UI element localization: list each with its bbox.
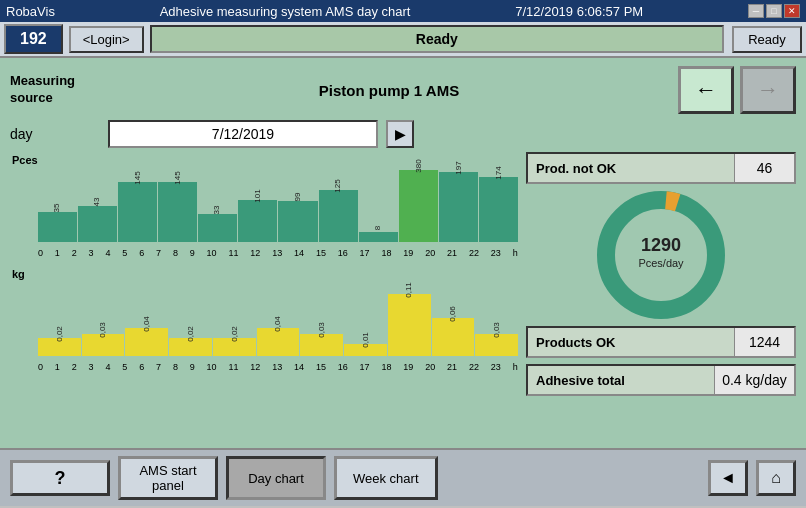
x-axis-label: 12 <box>250 248 260 258</box>
x-axis-label: 2 <box>72 362 77 372</box>
x-axis-label: 4 <box>105 248 110 258</box>
prod-not-ok-row: Prod. not OK 46 <box>526 152 796 184</box>
kg-bars: 0,020,030,040,020,020,040,030,010,110,06… <box>38 276 518 356</box>
bar-rect <box>432 318 475 356</box>
x-axis-label: 13 <box>272 248 282 258</box>
window-controls: ─ □ ✕ <box>748 4 800 18</box>
x-axis-label: 8 <box>173 248 178 258</box>
donut-center-value: 1290 <box>641 235 681 255</box>
donut-chart: 1290 Pces/day <box>526 190 796 320</box>
x-axis-label: 11 <box>228 248 238 258</box>
day-chart-label: Day chart <box>248 471 304 486</box>
x-axis-label: 6 <box>139 362 144 372</box>
x-axis-label: 23 <box>491 362 501 372</box>
bar-value: 99 <box>294 193 302 202</box>
x-axis-label: 2 <box>72 248 77 258</box>
x-axis-label: 14 <box>294 248 304 258</box>
kg-bar-item: 0,03 <box>82 276 125 356</box>
maximize-button[interactable]: □ <box>766 4 782 18</box>
bar-value: 0,01 <box>362 332 370 348</box>
pces-x-axis: 01234567891011121314151617181920212223h <box>38 248 518 258</box>
system-status: Ready <box>150 25 724 53</box>
bar-rect <box>319 190 358 242</box>
adhesive-value: 0.4 kg/day <box>714 366 794 394</box>
bar-value: 8 <box>374 226 382 230</box>
day-chart-button[interactable]: Day chart <box>226 456 326 500</box>
x-axis-label: 14 <box>294 362 304 372</box>
device-id: 192 <box>4 24 63 54</box>
bar-value: 125 <box>334 179 342 192</box>
kg-bar-item: 0,11 <box>388 276 431 356</box>
svg-point-0 <box>606 200 716 310</box>
pces-bar-item: 43 <box>78 162 117 242</box>
products-ok-value: 1244 <box>734 328 794 356</box>
window-title: Adhesive measuring system AMS day chart <box>160 4 411 19</box>
bar-value: 0,03 <box>493 322 501 338</box>
help-button[interactable]: ? <box>10 460 110 496</box>
bottom-bar: ? AMS startpanel Day chart Week chart ◄ … <box>0 448 806 506</box>
home-icon: ⌂ <box>771 469 781 487</box>
main-area: Measuring source Piston pump 1 AMS ← → d… <box>0 58 806 448</box>
x-axis-label: 15 <box>316 248 326 258</box>
x-axis-label: 0 <box>38 362 43 372</box>
bar-rect <box>359 232 398 242</box>
pces-bar-item: 8 <box>359 162 398 242</box>
bar-value: 0,03 <box>99 322 107 338</box>
x-axis-label: 16 <box>338 362 348 372</box>
period-label: day <box>10 126 100 142</box>
x-axis-label: 4 <box>105 362 110 372</box>
products-ok-label: Products OK <box>528 335 734 350</box>
bar-rect <box>78 206 117 242</box>
pces-bar-item: 145 <box>158 162 197 242</box>
bar-rect <box>388 294 431 356</box>
kg-chart: kg 0,020,030,040,020,020,040,030,010,110… <box>10 266 518 376</box>
x-axis-label: 11 <box>228 362 238 372</box>
pces-bar-item: 380 <box>399 162 438 242</box>
adhesive-row: Adhesive total 0.4 kg/day <box>526 364 796 396</box>
kg-bar-item: 0,02 <box>169 276 212 356</box>
date-picker-button[interactable]: ▶ <box>386 120 414 148</box>
week-chart-button[interactable]: Week chart <box>334 456 438 500</box>
minimize-button[interactable]: ─ <box>748 4 764 18</box>
pces-bar-item: 174 <box>479 162 518 242</box>
x-axis-label: 19 <box>403 248 413 258</box>
x-axis-label: 3 <box>89 362 94 372</box>
x-axis-label: 20 <box>425 248 435 258</box>
x-axis-label: h <box>513 362 518 372</box>
bar-rect <box>278 201 317 242</box>
x-axis-label: 1 <box>55 362 60 372</box>
x-axis-label: 10 <box>207 362 217 372</box>
pump-name: Piston pump 1 AMS <box>108 82 670 99</box>
nav-buttons: ← → <box>678 66 796 114</box>
title-bar: RobaVis Adhesive measuring system AMS da… <box>0 0 806 22</box>
nav-back-button[interactable]: ← <box>678 66 734 114</box>
date-field[interactable]: 7/12/2019 <box>108 120 378 148</box>
charts-area: Pces 354314514533101991258380197174 0123… <box>10 152 796 440</box>
bar-value: 145 <box>174 171 182 184</box>
nav-fwd-button[interactable]: → <box>740 66 796 114</box>
x-axis-label: 13 <box>272 362 282 372</box>
close-button[interactable]: ✕ <box>784 4 800 18</box>
help-label: ? <box>55 468 66 489</box>
nav-prev-button[interactable]: ◄ <box>708 460 748 496</box>
bar-value: 43 <box>94 198 102 207</box>
bar-value: 0,02 <box>230 326 238 342</box>
bar-rect <box>238 200 277 242</box>
home-button[interactable]: ⌂ <box>756 460 796 496</box>
bar-value: 0,03 <box>318 322 326 338</box>
prod-not-ok-label: Prod. not OK <box>528 161 734 176</box>
x-axis-label: 22 <box>469 362 479 372</box>
x-axis-label: 0 <box>38 248 43 258</box>
kg-bar-item: 0,03 <box>475 276 518 356</box>
pces-bars: 354314514533101991258380197174 <box>38 162 518 242</box>
x-axis-label: 9 <box>190 362 195 372</box>
pces-chart: Pces 354314514533101991258380197174 0123… <box>10 152 518 262</box>
donut-svg: 1290 Pces/day <box>591 185 731 325</box>
app-name: RobaVis <box>6 4 55 19</box>
x-axis-label: 23 <box>491 248 501 258</box>
x-axis-label: 20 <box>425 362 435 372</box>
ams-start-button[interactable]: AMS startpanel <box>118 456 218 500</box>
x-axis-label: h <box>513 248 518 258</box>
x-axis-label: 19 <box>403 362 413 372</box>
login-button[interactable]: <Login> <box>69 26 144 53</box>
